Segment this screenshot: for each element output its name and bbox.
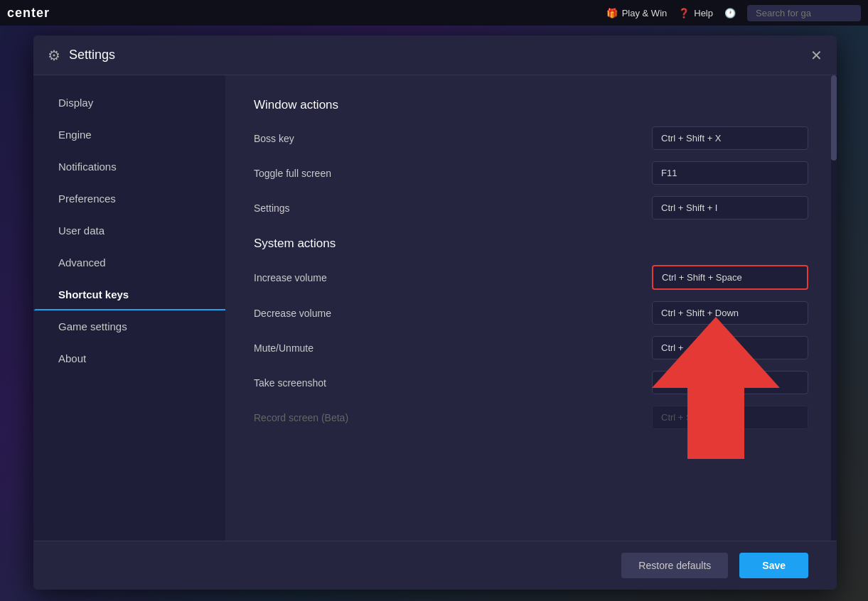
save-button[interactable]: Save: [739, 553, 808, 578]
modal-title: Settings: [69, 48, 115, 63]
sidebar-item-notifications[interactable]: Notifications: [33, 151, 225, 183]
mute-label: Mute/Unmute: [254, 342, 652, 354]
shortcut-row-screenshot: Take screenshot Ctrl + S...: [254, 371, 808, 394]
help-icon: ❓: [678, 8, 690, 18]
gift-icon: 🎁: [606, 8, 618, 18]
fullscreen-label: Toggle full screen: [254, 168, 652, 179]
shortcut-row-mute: Mute/Unmute Ctrl + ...: [254, 336, 808, 359]
search-input[interactable]: [747, 5, 861, 21]
shortcut-row-fullscreen: Toggle full screen F11: [254, 161, 808, 185]
sidebar-item-display[interactable]: Display: [33, 87, 225, 119]
record-input: Ctrl + S...: [652, 406, 808, 429]
shortcut-row-record: Record screen (Beta) Ctrl + S...: [254, 406, 808, 429]
decrease-volume-input[interactable]: Ctrl + Shift + Down: [652, 301, 808, 325]
increase-volume-input[interactable]: Ctrl + Shift + Space: [652, 265, 808, 290]
restore-defaults-button[interactable]: Restore defaults: [621, 553, 728, 578]
screenshot-input[interactable]: Ctrl + S...: [652, 371, 808, 394]
shortcut-row-settings: Settings Ctrl + Shift + I: [254, 196, 808, 220]
settings-modal: ⚙ Settings ✕ Display Engine Notification…: [33, 36, 837, 590]
sidebar-item-advanced[interactable]: Advanced: [33, 247, 225, 278]
decrease-volume-label: Decrease volume: [254, 308, 652, 319]
close-button[interactable]: ✕: [810, 48, 823, 63]
sidebar-item-preferences[interactable]: Preferences: [33, 183, 225, 215]
history-button[interactable]: 🕐: [724, 8, 736, 18]
shortcut-row-decrease-volume: Decrease volume Ctrl + Shift + Down: [254, 301, 808, 325]
help-label: Help: [694, 8, 713, 18]
boss-key-label: Boss key: [254, 133, 652, 144]
play-win-button[interactable]: 🎁 Play & Win: [606, 8, 668, 18]
boss-key-input[interactable]: Ctrl + Shift + X: [652, 126, 808, 150]
sidebar-item-about[interactable]: About: [33, 342, 225, 374]
increase-volume-label: Increase volume: [254, 272, 652, 283]
history-icon: 🕐: [724, 8, 736, 18]
shortcut-row-increase-volume: Increase volume Ctrl + Shift + Space: [254, 265, 808, 290]
help-button[interactable]: ❓ Help: [678, 8, 713, 18]
topbar: center 🎁 Play & Win ❓ Help 🕐: [0, 0, 868, 26]
screenshot-label: Take screenshot: [254, 377, 652, 389]
sidebar: Display Engine Notifications Preferences…: [33, 75, 225, 541]
app-title: center: [7, 6, 50, 21]
play-win-label: Play & Win: [622, 8, 668, 18]
shortcut-row-boss-key: Boss key Ctrl + Shift + X: [254, 126, 808, 150]
topbar-right: 🎁 Play & Win ❓ Help 🕐: [606, 5, 861, 21]
settings-icon: ⚙: [48, 47, 60, 64]
scrollbar-thumb[interactable]: [831, 75, 837, 161]
system-actions-title: System actions: [254, 237, 808, 251]
modal-header: ⚙ Settings ✕: [33, 36, 837, 75]
mute-input[interactable]: Ctrl + ...: [652, 336, 808, 359]
window-actions-title: Window actions: [254, 98, 808, 112]
fullscreen-input[interactable]: F11: [652, 161, 808, 185]
modal-footer: Restore defaults Save: [33, 541, 837, 590]
sidebar-item-shortcut-keys[interactable]: Shortcut keys: [33, 278, 225, 310]
settings-shortcut-label: Settings: [254, 202, 652, 214]
modal-body: Display Engine Notifications Preferences…: [33, 75, 837, 541]
sidebar-item-game-settings[interactable]: Game settings: [33, 310, 225, 342]
record-label: Record screen (Beta): [254, 412, 652, 423]
sidebar-item-user-data[interactable]: User data: [33, 215, 225, 247]
scrollbar-track[interactable]: [831, 75, 837, 541]
sidebar-item-engine[interactable]: Engine: [33, 119, 225, 151]
settings-shortcut-input[interactable]: Ctrl + Shift + I: [652, 196, 808, 220]
content-area: Window actions Boss key Ctrl + Shift + X…: [225, 75, 837, 541]
